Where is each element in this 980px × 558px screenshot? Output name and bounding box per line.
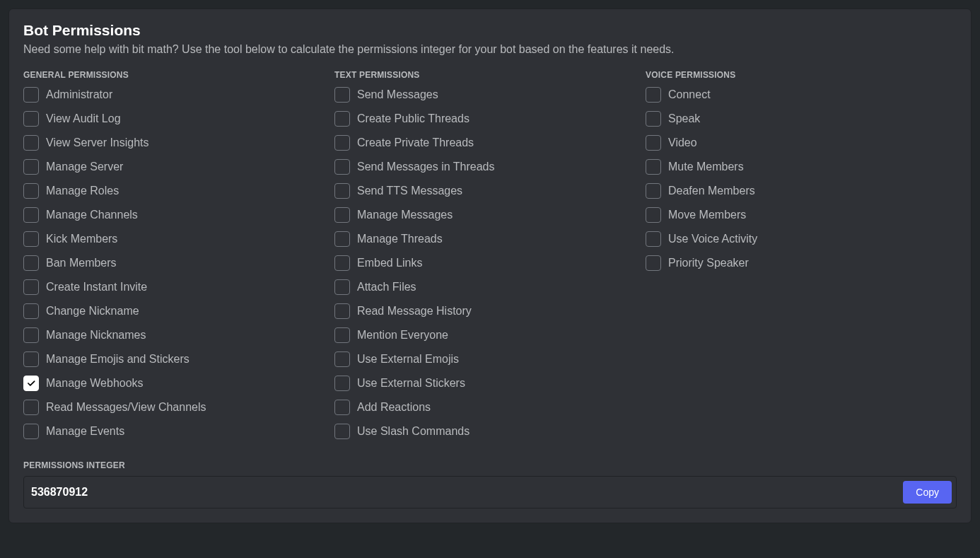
- permission-option-manage-emojis-and-stickers[interactable]: Manage Emojis and Stickers: [23, 351, 334, 367]
- checkbox-manage-server[interactable]: [23, 159, 39, 175]
- general-permissions-title: GENERAL PERMISSIONS: [23, 70, 334, 80]
- checkbox-read-message-history[interactable]: [334, 303, 350, 319]
- permission-option-manage-threads[interactable]: Manage Threads: [334, 231, 646, 247]
- permission-option-change-nickname[interactable]: Change Nickname: [23, 303, 334, 319]
- permission-option-manage-channels[interactable]: Manage Channels: [23, 207, 334, 223]
- checkbox-manage-nicknames[interactable]: [23, 327, 39, 343]
- checkbox-create-private-threads[interactable]: [334, 135, 350, 151]
- permission-option-mention-everyone[interactable]: Mention Everyone: [334, 327, 646, 343]
- checkbox-read-messages-view-channels[interactable]: [23, 400, 39, 415]
- permission-option-video[interactable]: Video: [646, 135, 957, 151]
- checkbox-view-audit-log[interactable]: [23, 111, 39, 127]
- panel-description: Need some help with bit math? Use the to…: [23, 43, 957, 56]
- voice-permissions-column: VOICE PERMISSIONS ConnectSpeakVideoMute …: [646, 70, 957, 448]
- permission-option-embed-links[interactable]: Embed Links: [334, 255, 646, 271]
- checkbox-create-instant-invite[interactable]: [23, 279, 39, 295]
- checkbox-manage-threads[interactable]: [334, 231, 350, 247]
- checkbox-mention-everyone[interactable]: [334, 327, 350, 343]
- permission-option-mute-members[interactable]: Mute Members: [646, 159, 957, 175]
- permission-label: Use Slash Commands: [357, 425, 469, 438]
- checkbox-embed-links[interactable]: [334, 255, 350, 271]
- permission-option-create-instant-invite[interactable]: Create Instant Invite: [23, 279, 334, 295]
- checkbox-speak[interactable]: [646, 111, 661, 127]
- permission-option-deafen-members[interactable]: Deafen Members: [646, 183, 957, 199]
- checkbox-use-external-stickers[interactable]: [334, 376, 350, 391]
- permission-option-manage-nicknames[interactable]: Manage Nicknames: [23, 327, 334, 343]
- permission-option-read-messages-view-channels[interactable]: Read Messages/View Channels: [23, 400, 334, 415]
- permission-option-manage-server[interactable]: Manage Server: [23, 159, 334, 175]
- checkbox-change-nickname[interactable]: [23, 303, 39, 319]
- permission-option-manage-webhooks[interactable]: Manage Webhooks: [23, 376, 334, 391]
- checkbox-manage-events[interactable]: [23, 424, 39, 439]
- check-icon: [26, 378, 36, 388]
- permission-option-use-slash-commands[interactable]: Use Slash Commands: [334, 424, 646, 439]
- permission-label: Embed Links: [357, 257, 423, 269]
- copy-button[interactable]: Copy: [903, 481, 952, 504]
- checkbox-send-messages-in-threads[interactable]: [334, 159, 350, 175]
- checkbox-attach-files[interactable]: [334, 279, 350, 295]
- checkbox-video[interactable]: [646, 135, 661, 151]
- general-permissions-list: AdministratorView Audit LogView Server I…: [23, 87, 334, 439]
- permission-option-move-members[interactable]: Move Members: [646, 207, 957, 223]
- permission-label: Priority Speaker: [668, 257, 749, 269]
- permission-label: Use External Stickers: [357, 377, 465, 390]
- permissions-integer-input[interactable]: [31, 486, 903, 499]
- permission-label: Mute Members: [668, 161, 744, 173]
- permission-option-use-external-stickers[interactable]: Use External Stickers: [334, 376, 646, 391]
- checkbox-move-members[interactable]: [646, 207, 661, 223]
- checkbox-manage-webhooks[interactable]: [23, 376, 39, 391]
- permission-label: Mention Everyone: [357, 329, 448, 342]
- permission-option-view-audit-log[interactable]: View Audit Log: [23, 111, 334, 127]
- checkbox-use-external-emojis[interactable]: [334, 351, 350, 367]
- checkbox-add-reactions[interactable]: [334, 400, 350, 415]
- permission-option-create-private-threads[interactable]: Create Private Threads: [334, 135, 646, 151]
- permissions-integer-label: PERMISSIONS INTEGER: [23, 460, 957, 470]
- checkbox-administrator[interactable]: [23, 87, 39, 103]
- checkbox-create-public-threads[interactable]: [334, 111, 350, 127]
- permission-option-read-message-history[interactable]: Read Message History: [334, 303, 646, 319]
- checkbox-manage-emojis-and-stickers[interactable]: [23, 351, 39, 367]
- permission-option-ban-members[interactable]: Ban Members: [23, 255, 334, 271]
- checkbox-send-messages[interactable]: [334, 87, 350, 103]
- checkbox-use-voice-activity[interactable]: [646, 231, 661, 247]
- checkbox-view-server-insights[interactable]: [23, 135, 39, 151]
- permission-option-connect[interactable]: Connect: [646, 87, 957, 103]
- checkbox-use-slash-commands[interactable]: [334, 424, 350, 439]
- permission-option-send-messages-in-threads[interactable]: Send Messages in Threads: [334, 159, 646, 175]
- permission-option-create-public-threads[interactable]: Create Public Threads: [334, 111, 646, 127]
- checkbox-priority-speaker[interactable]: [646, 255, 661, 271]
- voice-permissions-list: ConnectSpeakVideoMute MembersDeafen Memb…: [646, 87, 957, 271]
- permission-option-priority-speaker[interactable]: Priority Speaker: [646, 255, 957, 271]
- checkbox-send-tts-messages[interactable]: [334, 183, 350, 199]
- checkbox-connect[interactable]: [646, 87, 661, 103]
- permission-option-use-voice-activity[interactable]: Use Voice Activity: [646, 231, 957, 247]
- permission-option-administrator[interactable]: Administrator: [23, 87, 334, 103]
- permission-label: View Audit Log: [46, 112, 121, 125]
- checkbox-mute-members[interactable]: [646, 159, 661, 175]
- checkbox-manage-messages[interactable]: [334, 207, 350, 223]
- permission-label: Manage Events: [46, 425, 124, 438]
- permission-label: Read Messages/View Channels: [46, 401, 206, 414]
- permission-label: Manage Emojis and Stickers: [46, 353, 189, 366]
- permission-option-speak[interactable]: Speak: [646, 111, 957, 127]
- permission-option-manage-events[interactable]: Manage Events: [23, 424, 334, 439]
- permission-label: Send TTS Messages: [357, 185, 462, 197]
- permission-label: Deafen Members: [668, 185, 755, 197]
- permission-label: Create Private Threads: [357, 136, 474, 149]
- permission-option-manage-messages[interactable]: Manage Messages: [334, 207, 646, 223]
- permission-label: Read Message History: [357, 305, 472, 318]
- checkbox-manage-channels[interactable]: [23, 207, 39, 223]
- checkbox-ban-members[interactable]: [23, 255, 39, 271]
- checkbox-deafen-members[interactable]: [646, 183, 661, 199]
- permission-option-send-messages[interactable]: Send Messages: [334, 87, 646, 103]
- permission-option-send-tts-messages[interactable]: Send TTS Messages: [334, 183, 646, 199]
- permission-option-attach-files[interactable]: Attach Files: [334, 279, 646, 295]
- permission-option-add-reactions[interactable]: Add Reactions: [334, 400, 646, 415]
- permission-option-use-external-emojis[interactable]: Use External Emojis: [334, 351, 646, 367]
- permission-option-manage-roles[interactable]: Manage Roles: [23, 183, 334, 199]
- permission-option-view-server-insights[interactable]: View Server Insights: [23, 135, 334, 151]
- checkbox-manage-roles[interactable]: [23, 183, 39, 199]
- text-permissions-title: TEXT PERMISSIONS: [334, 70, 646, 80]
- checkbox-kick-members[interactable]: [23, 231, 39, 247]
- permission-option-kick-members[interactable]: Kick Members: [23, 231, 334, 247]
